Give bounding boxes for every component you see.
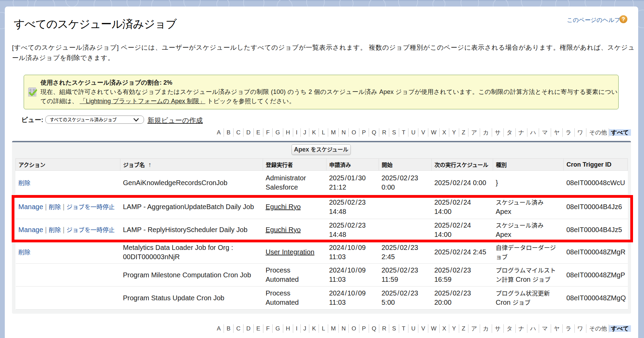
svg-text:?: ?: [622, 16, 625, 22]
